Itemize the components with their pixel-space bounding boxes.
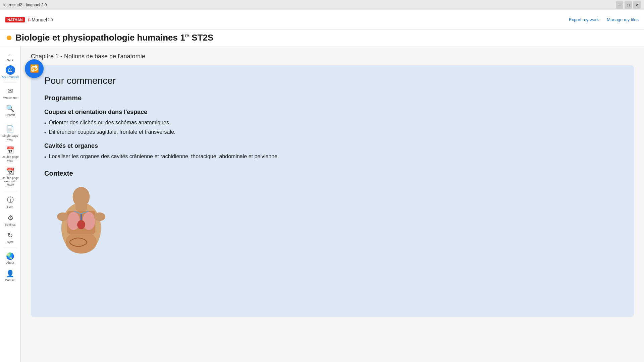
svg-point-2 [73,187,90,207]
messenger-icon: ✉ [7,87,13,95]
svg-point-11 [57,213,68,221]
anatomy-illustration [44,183,118,256]
about-label: About [6,261,14,265]
back-arrow-icon: ← [7,52,13,59]
my-imanuel-label: My I-manuel [2,75,19,79]
app-title: learnstud2 - Imanuel 2.0 [3,3,47,7]
double-page-label: Double page view [1,155,19,163]
contact-icon: 👤 [6,269,14,278]
nathan-logo: NATHAN [5,17,25,22]
back-label: Back [7,59,13,62]
floating-chat-button[interactable]: 🔂 [25,59,44,78]
sidebar-divider-2 [4,121,17,121]
bullet-dot-2: • [44,130,46,136]
imanuel-logo: î- Manuel 2.0 [28,17,53,22]
sidebar-double-page[interactable]: 📅 Double page view [1,144,20,165]
book-status-dot [7,36,11,40]
imanuel-text: Manuel [32,17,47,22]
sync-label: Sync [7,240,13,244]
export-link[interactable]: Export my work [569,17,599,22]
page-card: 🔂 Pour commencer Programme Coupes et ori… [31,65,634,317]
sidebar-double-page-cover[interactable]: 📆 Double page view with cover [1,165,20,189]
maximize-button[interactable]: □ [625,1,632,9]
svg-point-12 [94,213,105,221]
sidebar-about[interactable]: 🌏 About [1,250,20,267]
imanuel-i: î- [28,17,31,22]
bullet-text-1: Orienter des clichés ou des schémas anat… [49,120,171,126]
my-imanuel-icon: 🕮 [6,65,15,75]
settings-label: Settings [5,223,16,227]
svg-point-6 [77,220,85,229]
contexte-heading: Contexte [44,170,621,177]
double-page-cover-icon: 📆 [6,167,14,175]
book-title-bar: Biologie et physiopathologie humaines 1r… [0,29,644,46]
programme-heading: Programme [44,94,621,102]
chat-icon: 🔂 [30,64,39,73]
double-page-cover-label: Double page view with cover [1,176,19,187]
bullet-text-3: Localiser les organes des cavités crânie… [49,154,279,160]
main-layout: ← Back 🕮 My I-manuel ✉ Messenger 🔍 Searc… [0,46,644,362]
back-button[interactable]: ← Back [1,49,20,63]
book-title: Biologie et physiopathologie humaines 1r… [15,33,213,43]
app-header: NATHAN î- Manuel 2.0 Export my work Mana… [0,10,644,29]
bullet-text-2: Différencier coupes sagittale, frontale … [49,129,176,135]
title-bar: learnstud2 - Imanuel 2.0 ─ □ ✕ [0,0,644,10]
svg-point-5 [83,212,95,230]
coupes-heading: Coupes et orientation dans l'espace [44,109,621,116]
sidebar-help[interactable]: ⓘ Help [1,193,20,211]
manage-link[interactable]: Manage my files [607,17,639,22]
double-page-icon: 📅 [6,146,14,154]
single-page-label: Single page view [1,134,19,141]
settings-icon: ⚙ [7,214,13,222]
cavites-heading: Cavités et organes [44,142,621,149]
header-links: Export my work Manage my files [569,17,639,22]
help-icon: ⓘ [7,195,14,204]
search-icon: 🔍 [6,104,14,112]
contact-label: Contact [5,279,15,282]
bullet-dot-1: • [44,120,46,126]
sidebar-single-page[interactable]: 📄 Single page view [1,123,20,143]
sidebar-messenger[interactable]: ✉ Messenger [1,85,20,102]
close-button[interactable]: ✕ [633,1,641,9]
imanuel-version: 2.0 [48,18,53,22]
messenger-label: Messenger [3,96,18,100]
bullet-item-3: • Localiser les organes des cavités crân… [44,154,621,160]
bullet-item-2: • Différencier coupes sagittale, frontal… [44,129,621,136]
sidebar-divider-3 [4,191,17,191]
content-area: Chapitre 1 - Notions de base de l'anatom… [21,46,644,362]
chapter-title: Chapitre 1 - Notions de base de l'anatom… [31,53,634,60]
search-label: Search [5,113,15,117]
help-label: Help [7,205,13,209]
minimize-button[interactable]: ─ [616,1,623,9]
header-logo-area: NATHAN î- Manuel 2.0 [5,17,53,22]
svg-point-4 [67,212,80,230]
section-main-title: Pour commencer [44,75,621,86]
sidebar-search[interactable]: 🔍 Search [1,102,20,119]
sidebar-settings[interactable]: ⚙ Settings [1,212,20,229]
my-imanuel-button[interactable]: 🕮 My I-manuel [1,64,20,80]
sidebar: ← Back 🕮 My I-manuel ✉ Messenger 🔍 Searc… [0,46,21,362]
about-icon: 🌏 [6,252,14,260]
bullet-item-1: • Orienter des clichés ou des schémas an… [44,120,621,126]
sidebar-sync[interactable]: ↻ Sync [1,229,20,246]
bullet-dot-3: • [44,154,46,160]
single-page-icon: 📄 [6,125,14,133]
title-bar-controls: ─ □ ✕ [616,1,641,9]
sidebar-contact[interactable]: 👤 Contact [1,267,20,284]
sidebar-divider-1 [4,82,17,83]
title-bar-left: learnstud2 - Imanuel 2.0 [3,3,47,7]
sidebar-divider-4 [4,248,17,248]
sync-icon: ↻ [7,231,13,239]
